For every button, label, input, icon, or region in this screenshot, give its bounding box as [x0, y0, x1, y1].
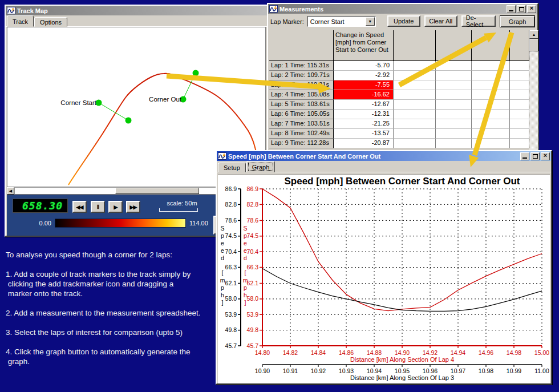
empty-cell[interactable] — [436, 80, 472, 90]
scrollbar-thumb[interactable] — [529, 39, 538, 51]
lap-marker-value: Corner Start — [308, 18, 366, 25]
empty-cell[interactable] — [472, 119, 510, 129]
maximize-button[interactable] — [530, 152, 540, 160]
measurement-value-cell[interactable]: -2.92 — [334, 71, 394, 80]
empty-cell[interactable] — [394, 139, 436, 148]
empty-cell[interactable] — [394, 110, 436, 119]
dropdown-arrow-icon[interactable]: ▼ — [366, 17, 375, 26]
lap-marker-dropdown[interactable]: Corner Start ▼ — [307, 16, 376, 27]
track-marker-handle[interactable] — [193, 70, 199, 76]
y-axis-label: e — [221, 247, 224, 254]
lap-row-header[interactable]: Lap: 3 Time: 110.31s — [269, 80, 334, 90]
lap-row-header[interactable]: Lap: 6 Time: 105.05s — [269, 110, 334, 119]
empty-cell[interactable] — [394, 119, 436, 129]
graph-button[interactable]: Graph — [500, 15, 535, 27]
close-icon: × — [544, 152, 547, 159]
empty-cell[interactable] — [436, 110, 472, 119]
empty-cell[interactable] — [472, 139, 510, 148]
maximize-button[interactable] — [517, 5, 526, 13]
fast-forward-button[interactable]: ▶▶ — [126, 201, 140, 213]
empty-cell[interactable] — [510, 80, 529, 90]
lap-row-header[interactable]: Lap: 7 Time: 103.51s — [269, 119, 334, 129]
lap-row-header[interactable]: Lap: 2 Time: 109.71s — [269, 71, 334, 80]
empty-cell[interactable] — [436, 139, 472, 148]
lap-row-header[interactable]: Lap: 5 Time: 103.61s — [269, 100, 334, 110]
graph-tabstrip: SetupGraph — [217, 161, 551, 172]
lap-row-header[interactable]: Lap: 4 Time: 105.08s — [269, 90, 334, 100]
scroll-up-icon[interactable]: ▲ — [529, 30, 538, 39]
empty-cell[interactable] — [472, 110, 510, 119]
y-tick-label: 70.4 — [225, 248, 237, 255]
empty-cell[interactable] — [436, 129, 472, 139]
track-map-titlebar[interactable]: A Track Map — [6, 6, 267, 15]
empty-cell[interactable] — [472, 71, 510, 80]
empty-cell[interactable] — [394, 129, 436, 139]
pause-button[interactable]: Ⅱ — [91, 201, 105, 213]
track-marker-label: Corner Start — [60, 99, 96, 106]
table-vertical-scrollbar[interactable]: ▲ — [529, 30, 538, 161]
empty-cell[interactable] — [472, 129, 510, 139]
table-row: Lap: 6 Time: 105.05s-12.31 — [269, 110, 529, 119]
measurement-value-cell[interactable]: -13.57 — [334, 129, 394, 139]
empty-cell[interactable] — [510, 129, 529, 139]
empty-cell[interactable] — [472, 100, 510, 110]
y-tick-label: 82.8 — [247, 201, 259, 208]
empty-cell[interactable] — [510, 90, 529, 100]
close-button[interactable]: × — [527, 5, 536, 13]
empty-cell[interactable] — [394, 61, 436, 71]
x-tick-label: 10.96 — [423, 367, 438, 374]
measurement-value-cell[interactable]: -7.55 — [334, 80, 394, 90]
measurement-value-cell[interactable]: -20.87 — [334, 139, 394, 148]
close-button[interactable]: × — [541, 152, 550, 160]
minimize-button[interactable] — [520, 152, 529, 160]
empty-cell[interactable] — [472, 61, 510, 71]
empty-cell[interactable] — [436, 61, 472, 71]
track-marker-handle[interactable] — [125, 118, 132, 124]
empty-cell[interactable] — [394, 100, 436, 110]
minimize-button[interactable] — [507, 5, 516, 13]
empty-cell[interactable] — [436, 90, 472, 100]
empty-cell[interactable] — [510, 61, 529, 71]
table-row: Lap: 1 Time: 115.31s-5.70 — [269, 61, 529, 71]
measurement-value-cell[interactable]: -16.62 — [334, 90, 394, 100]
empty-cell[interactable] — [510, 71, 529, 80]
empty-cell[interactable] — [472, 80, 510, 90]
y-axis-label: ] — [222, 299, 224, 306]
graph-titlebar[interactable]: A Speed [mph] Between Corner Start And C… — [217, 151, 551, 161]
lap-row-header[interactable]: Lap: 8 Time: 102.49s — [269, 129, 334, 139]
clear-all-button[interactable]: Clear All — [424, 15, 457, 27]
empty-cell[interactable] — [510, 110, 529, 119]
tab-graph[interactable]: Graph — [246, 161, 276, 172]
empty-cell[interactable] — [394, 71, 436, 80]
measurement-value-cell[interactable]: -12.67 — [334, 100, 394, 110]
measurement-value-cell[interactable]: -21.25 — [334, 119, 394, 129]
empty-cell[interactable] — [510, 139, 529, 148]
tab-options[interactable]: Options — [34, 17, 67, 27]
table-header-row: Change in Speed [mph] from Corner Start … — [269, 30, 529, 61]
y-axis-label: p — [244, 284, 247, 291]
empty-cell[interactable] — [436, 119, 472, 129]
measurement-value-cell[interactable]: -5.70 — [334, 61, 394, 71]
empty-cell[interactable] — [510, 100, 529, 110]
track-marker-handle[interactable] — [96, 100, 102, 106]
de-select-button[interactable]: De-Select — [461, 15, 496, 27]
measurement-value-cell[interactable]: -12.31 — [334, 110, 394, 119]
empty-cell[interactable] — [436, 71, 472, 80]
scroll-left-icon[interactable]: ◀ — [7, 187, 14, 195]
empty-cell[interactable] — [394, 90, 436, 100]
lap-row-header[interactable]: Lap: 9 Time: 112.28s — [269, 139, 334, 148]
empty-cell[interactable] — [510, 119, 529, 129]
empty-cell[interactable] — [394, 80, 436, 90]
y-tick-label: 86.9 — [247, 185, 259, 192]
play-button[interactable]: ▶ — [108, 201, 123, 213]
y-axis-label: e — [244, 247, 247, 254]
scrollbar-thumb[interactable] — [115, 188, 199, 194]
rewind-button[interactable]: ◀◀ — [72, 201, 87, 213]
empty-cell[interactable] — [436, 100, 472, 110]
measurements-titlebar[interactable]: A Measurements × — [268, 4, 537, 14]
tab-track[interactable]: Track — [7, 15, 34, 27]
update-button[interactable]: Update — [387, 15, 420, 27]
lap-row-header[interactable]: Lap: 1 Time: 115.31s — [269, 61, 334, 71]
tab-setup[interactable]: Setup — [218, 163, 246, 172]
empty-cell[interactable] — [472, 90, 510, 100]
